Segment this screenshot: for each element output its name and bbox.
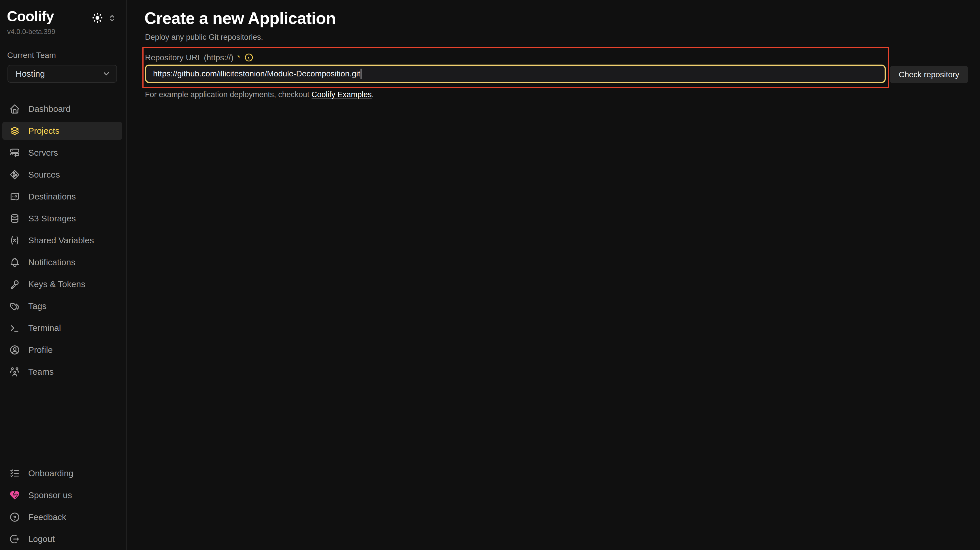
help-circle-icon: [9, 512, 20, 523]
sidebar-item-label: Shared Variables: [28, 235, 94, 245]
variables-icon: [9, 235, 20, 246]
sidebar-item-onboarding[interactable]: Onboarding: [2, 464, 122, 482]
repository-url-label: Repository URL (https://): [145, 53, 234, 62]
database-icon: [9, 213, 20, 224]
repository-url-value: https://github.com/illicitestonion/Modul…: [153, 69, 360, 78]
sidebar-item-feedback[interactable]: Feedback: [2, 508, 122, 526]
sidebar-item-sources[interactable]: Sources: [2, 166, 122, 184]
page-subtitle: Deploy any public Git repositories.: [145, 33, 263, 42]
sidebar-item-label: Keys & Tokens: [28, 279, 85, 289]
selector-chevrons-icon[interactable]: [107, 13, 117, 23]
app-logo: Coolify: [7, 8, 54, 25]
helper-prefix: For example application deployments, che…: [145, 90, 309, 99]
git-source-icon: [9, 169, 20, 180]
bell-icon: [9, 257, 20, 268]
current-team-label: Current Team: [7, 51, 56, 60]
sidebar-item-label: Tags: [28, 301, 46, 311]
sidebar-item-label: S3 Storages: [28, 214, 76, 223]
sidebar-item-destinations[interactable]: Destinations: [2, 188, 122, 205]
sidebar-footer-nav: Onboarding Sponsor us Feedback: [2, 464, 122, 548]
check-repository-button[interactable]: Check repository: [890, 66, 968, 83]
repository-url-label-row: Repository URL (https://) *: [145, 53, 254, 62]
sidebar-item-teams[interactable]: Teams: [2, 363, 122, 381]
users-group-icon: [9, 366, 20, 377]
main-content: Create a new Application Deploy any publ…: [127, 0, 980, 550]
terminal-icon: [9, 323, 20, 334]
sidebar-item-s3-storages[interactable]: S3 Storages: [2, 210, 122, 227]
sidebar-item-sponsor-us[interactable]: Sponsor us: [2, 486, 122, 504]
info-circle-icon[interactable]: [244, 53, 254, 62]
sidebar-item-shared-variables[interactable]: Shared Variables: [2, 232, 122, 250]
helper-suffix: .: [372, 90, 374, 99]
app-version: v4.0.0-beta.399: [7, 28, 55, 36]
sidebar: Coolify v4.0.0-beta.399 Current Team Hos…: [0, 0, 127, 550]
server-icon: [9, 147, 20, 158]
text-caret: [361, 68, 361, 79]
sidebar-item-keys-tokens[interactable]: Keys & Tokens: [2, 275, 122, 293]
key-icon: [9, 279, 20, 290]
helper-text: For example application deployments, che…: [145, 90, 374, 99]
repository-url-input[interactable]: https://github.com/illicitestonion/Modul…: [145, 65, 886, 83]
sidebar-item-servers[interactable]: Servers: [2, 144, 122, 162]
sidebar-item-label: Servers: [28, 148, 58, 158]
page-title: Create a new Application: [145, 9, 336, 28]
chevron-down-icon: [102, 70, 111, 78]
heart-handshake-icon: [9, 490, 20, 501]
sidebar-item-dashboard[interactable]: Dashboard: [2, 100, 122, 118]
checklist-icon: [9, 468, 20, 479]
sidebar-item-label: Dashboard: [28, 104, 71, 114]
team-select[interactable]: Hosting: [8, 65, 117, 83]
sidebar-item-tags[interactable]: Tags: [2, 297, 122, 315]
coolify-examples-link[interactable]: Coolify Examples: [312, 90, 372, 99]
home-icon: [9, 103, 20, 114]
sidebar-item-label: Projects: [28, 126, 59, 136]
sidebar-item-notifications[interactable]: Notifications: [2, 253, 122, 271]
sidebar-nav: Dashboard Projects Servers: [2, 100, 122, 381]
sidebar-item-label: Profile: [28, 345, 53, 355]
sidebar-item-terminal[interactable]: Terminal: [2, 319, 122, 337]
user-circle-icon: [9, 345, 20, 355]
sidebar-item-label: Sponsor us: [28, 490, 72, 500]
sidebar-item-profile[interactable]: Profile: [2, 341, 122, 359]
team-select-value: Hosting: [16, 69, 45, 79]
sidebar-item-projects[interactable]: Projects: [2, 122, 122, 140]
sidebar-item-label: Notifications: [28, 258, 75, 267]
sidebar-item-label: Sources: [28, 170, 60, 180]
sidebar-item-label: Destinations: [28, 192, 76, 202]
sidebar-item-label: Onboarding: [28, 469, 73, 478]
required-asterisk: *: [237, 53, 240, 62]
logout-icon: [9, 534, 20, 545]
theme-toggle-sun-icon[interactable]: [91, 11, 104, 24]
sidebar-item-label: Terminal: [28, 323, 61, 333]
sidebar-item-logout[interactable]: Logout: [2, 530, 122, 548]
destinations-map-icon: [9, 191, 20, 202]
layers-icon: [9, 126, 20, 136]
sidebar-item-label: Teams: [28, 367, 54, 377]
tags-icon: [9, 300, 20, 312]
sidebar-item-label: Logout: [28, 534, 55, 544]
sidebar-item-label: Feedback: [28, 512, 66, 522]
